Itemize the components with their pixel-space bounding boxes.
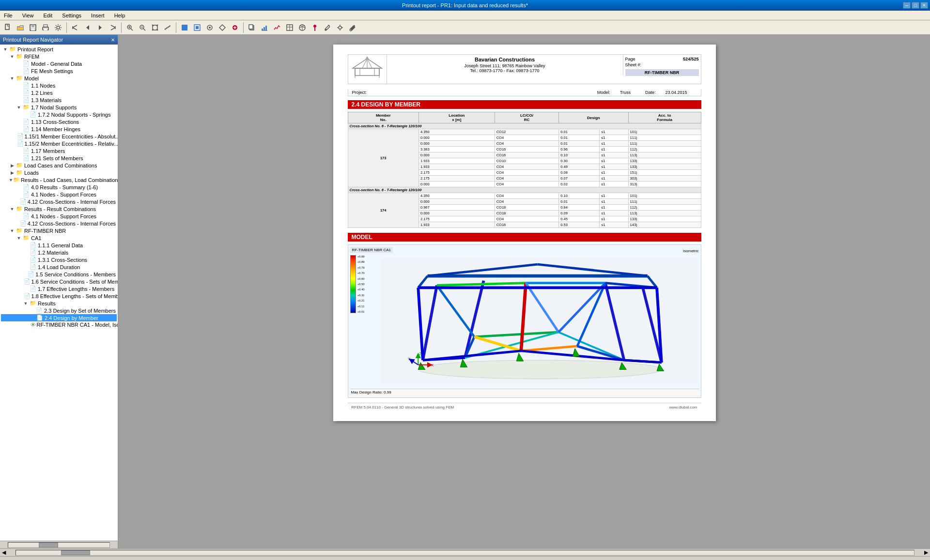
- toolbar-map[interactable]: [296, 22, 308, 33]
- svg-point-7: [57, 26, 60, 29]
- tree-item-model-view[interactable]: 👁 RF-TIMBER NBR CA1 - Model, Isome...: [1, 321, 117, 328]
- toolbar-select5[interactable]: [229, 22, 241, 33]
- tree-item-fe-mesh[interactable]: 📄 FE Mesh Settings: [1, 67, 117, 75]
- tree-item-rf-timber[interactable]: ▼ 📁 RF-TIMBER NBR: [1, 227, 117, 234]
- tree-item-load-duration[interactable]: 📄 1.4 Load Duration: [1, 263, 117, 271]
- legend-val-9: +0.21: [357, 299, 365, 302]
- tree-item-results-ca1[interactable]: ▼ 📁 Results: [1, 300, 117, 307]
- close-button[interactable]: ✕: [920, 2, 928, 9]
- tree-item-rfem[interactable]: ▼ 📁 RFEM: [1, 53, 117, 60]
- toolbar-config[interactable]: [334, 22, 346, 33]
- tree-item-design-member[interactable]: 📄 2.4 Design by Member: [1, 314, 117, 321]
- tree-item-sets[interactable]: 📄 1.21 Sets of Members: [1, 154, 117, 162]
- tree-arrow: [16, 98, 22, 103]
- toolbar-copy[interactable]: [246, 22, 258, 33]
- tree-item-results-rc[interactable]: ▼ 📁 Results - Result Combinations: [1, 205, 117, 212]
- toolbar-open[interactable]: [15, 22, 26, 33]
- lcco: CO4: [495, 135, 559, 141]
- toolbar-prev-prev[interactable]: [69, 22, 81, 33]
- menu-file[interactable]: File: [2, 12, 15, 19]
- menu-view[interactable]: View: [20, 12, 36, 19]
- tree-label: 1.8 Effective Lengths - Sets of Members.…: [31, 293, 118, 299]
- tree-item-eff-lengths-sets[interactable]: 📄 1.8 Effective Lengths - Sets of Member…: [1, 292, 117, 300]
- sign: ≤1: [600, 205, 628, 211]
- toolbar-measure[interactable]: [162, 22, 173, 33]
- toolbar-prev[interactable]: [82, 22, 93, 33]
- tree-item-results-summary[interactable]: 📄 4.0 Results - Summary (1-6): [1, 183, 117, 191]
- module-name: RF-TIMBER NBR: [625, 69, 699, 76]
- toolbar-select2[interactable]: [191, 22, 203, 33]
- menu-settings[interactable]: Settings: [60, 12, 83, 19]
- toolbar-next-next[interactable]: [107, 22, 119, 33]
- toolbar-wrench[interactable]: [322, 22, 333, 33]
- menu-help[interactable]: Help: [112, 12, 127, 19]
- ratio: 0.10: [559, 193, 600, 199]
- tree-item-nodal-springs[interactable]: 📄 1.7.2 Nodal Supports - Springs: [1, 111, 117, 118]
- ratio: 0.07: [559, 176, 600, 182]
- tree-arrow: ▼: [9, 54, 16, 59]
- tree-item-nodes-sf[interactable]: 📄 4.1 Nodes - Support Forces: [1, 191, 117, 198]
- toolbar-select4[interactable]: [217, 22, 228, 33]
- toolbar-fit[interactable]: [149, 22, 161, 33]
- menu-edit[interactable]: Edit: [41, 12, 54, 19]
- tree-item-eff-lengths[interactable]: 📄 1.7 Effective Lengths - Members: [1, 285, 117, 292]
- panel-close-button[interactable]: ✕: [111, 37, 115, 43]
- tree-item-service-cond[interactable]: 📄 1.5 Service Conditions - Members: [1, 271, 117, 278]
- toolbar-diagram[interactable]: [271, 22, 283, 33]
- tree-item-cs-if-rc[interactable]: 📄 4.12 Cross-Sections - Internal Forces: [1, 220, 117, 227]
- maximize-button[interactable]: □: [912, 2, 919, 9]
- ratio: 0.30: [559, 158, 600, 164]
- toolbar-zoom-in[interactable]: [124, 22, 136, 33]
- panel-scroll-thumb[interactable]: [39, 543, 58, 547]
- toolbar-print[interactable]: [40, 22, 51, 33]
- date-value: 23.04.2015: [665, 90, 687, 95]
- lcco: CO4: [495, 193, 559, 199]
- toolbar-save[interactable]: [27, 22, 39, 33]
- toolbar-select1[interactable]: [179, 22, 190, 33]
- toolbar-chart[interactable]: [259, 22, 270, 33]
- toolbar-zoom-out[interactable]: [137, 22, 148, 33]
- tree-item-lines[interactable]: 📄 1.2 Lines: [1, 89, 117, 96]
- tree-item-cs-ca1[interactable]: 📄 1.3.1 Cross-Sections: [1, 256, 117, 263]
- content-h-scrollbar[interactable]: ◀ ▶: [0, 548, 930, 556]
- tree-item-ecc-rel[interactable]: 📄 1.15/2 Member Eccentricities - Relativ…: [1, 140, 117, 147]
- svg-rect-3: [31, 28, 35, 30]
- tree-item-design-set[interactable]: 📄 2.3 Design by Set of Members: [1, 307, 117, 314]
- scroll-thumb[interactable]: [61, 550, 90, 555]
- panel-h-scrollbar[interactable]: [0, 541, 118, 548]
- svg-rect-11: [182, 25, 187, 30]
- tree-item-service-cond-sets[interactable]: 📄 1.6 Service Conditions - Sets of Membe…: [1, 278, 117, 285]
- tree-item-ca1[interactable]: ▼ 📁 CA1: [1, 234, 117, 242]
- toolbar-next[interactable]: [94, 22, 106, 33]
- menu-insert[interactable]: Insert: [89, 12, 107, 19]
- scroll-right-btn[interactable]: ▶: [922, 549, 930, 556]
- tree-item-materials-ca1[interactable]: 📄 1.2 Materials: [1, 249, 117, 256]
- toolbar-pin[interactable]: [309, 22, 321, 33]
- tree-item-model-general[interactable]: 📄 Model - General Data: [1, 60, 117, 67]
- toolbar-select3[interactable]: [204, 22, 216, 33]
- tree-item-cross-sections[interactable]: 📄 1.13 Cross-Sections: [1, 118, 117, 125]
- toolbar-settings[interactable]: [52, 22, 64, 33]
- toolbar-new[interactable]: [2, 22, 14, 33]
- tree-item-cs-if[interactable]: 📄 4.12 Cross-Sections - Internal Forces: [1, 198, 117, 205]
- tree-label: 1.7.2 Nodal Supports - Springs: [38, 112, 110, 118]
- toolbar-paperclip[interactable]: [347, 22, 358, 33]
- tree-item-hinges[interactable]: 📄 1.14 Member Hinges: [1, 125, 117, 133]
- tree-item-general-data[interactable]: 📄 1.1.1 General Data: [1, 242, 117, 249]
- tree-item-results-lc[interactable]: ▼ 📁 Results - Load Cases, Load Combinati…: [1, 176, 117, 183]
- tree-item-ecc-abs[interactable]: 📄 1.15/1 Member Eccentricities - Absolut…: [1, 133, 117, 140]
- toolbar-table[interactable]: [284, 22, 295, 33]
- tree-label: 1.6 Service Conditions - Sets of Membe..…: [31, 279, 118, 285]
- tree-item-load-cases[interactable]: ▶ 📁 Load Cases and Combinations: [1, 162, 117, 169]
- tree-item-model[interactable]: ▼ 📁 Model: [1, 75, 117, 82]
- tree-item-materials[interactable]: 📄 1.3 Materials: [1, 96, 117, 104]
- tree-item-loads[interactable]: ▶ 📁 Loads: [1, 169, 117, 176]
- tree-item-nodes-sf-rc[interactable]: 📄 4.1 Nodes - Support Forces: [1, 212, 117, 220]
- tree-item-root[interactable]: ▼ 📁 Printout Report: [1, 45, 117, 53]
- tree-item-nodes[interactable]: 📄 1.1 Nodes: [1, 82, 117, 89]
- tree-item-members[interactable]: 📄 1.17 Members: [1, 147, 117, 154]
- tree-item-nodal-supports[interactable]: ▼ 📁 1.7 Nodal Supports: [1, 104, 117, 111]
- content-area[interactable]: Bavarian Constructions Joseph Street 111…: [119, 35, 930, 548]
- minimize-button[interactable]: ─: [903, 2, 911, 9]
- scroll-left-btn[interactable]: ◀: [0, 549, 8, 556]
